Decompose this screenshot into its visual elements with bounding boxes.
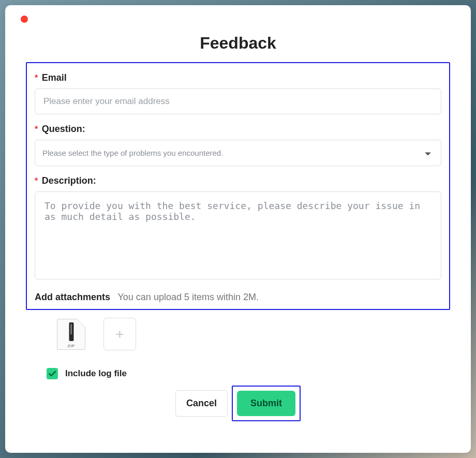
email-label-row: * Email [35, 72, 441, 83]
form-highlight-box: * Email * Question: Please select the ty… [26, 62, 450, 310]
description-label-row: * Description: [35, 175, 441, 186]
required-star-icon: * [35, 176, 38, 185]
feedback-window: Feedback * Email * Question: Please sele… [5, 5, 471, 453]
attachments-hint: You can upload 5 items within 2M. [117, 292, 259, 302]
cancel-button[interactable]: Cancel [175, 390, 228, 417]
button-row: Cancel Submit [26, 386, 450, 421]
zip-paper-icon: ZIP [57, 319, 85, 350]
description-field[interactable] [35, 191, 441, 279]
close-icon[interactable] [21, 16, 28, 23]
page-title: Feedback [26, 34, 450, 53]
question-group: * Question: Please select the type of pr… [35, 124, 441, 166]
question-label: Question: [42, 124, 85, 134]
question-label-row: * Question: [35, 124, 441, 135]
required-star-icon: * [35, 73, 38, 82]
include-log-label: Include log file [65, 368, 127, 379]
description-label: Description: [42, 175, 96, 186]
email-group: * Email [35, 72, 441, 114]
attachments-label: Add attachments [35, 292, 110, 302]
description-group: * Description: [35, 175, 441, 282]
submit-button[interactable]: Submit [237, 391, 295, 416]
chevron-down-icon [424, 149, 432, 157]
attachments-thumbs: ZIP + [54, 318, 450, 351]
check-icon [49, 371, 56, 377]
include-log-row: Include log file [47, 368, 450, 379]
window-controls [21, 16, 28, 25]
plus-icon: + [115, 326, 124, 343]
include-log-checkbox[interactable] [47, 368, 58, 379]
zip-badge: ZIP [68, 344, 75, 348]
attachment-zip-icon[interactable]: ZIP [54, 318, 88, 351]
email-label: Email [42, 72, 67, 83]
submit-highlight-box: Submit [232, 386, 301, 421]
question-placeholder: Please select the type of problems you e… [42, 149, 223, 157]
attachments-row: Add attachments You can upload 5 items w… [35, 292, 441, 303]
email-field[interactable] [35, 88, 441, 114]
question-select[interactable]: Please select the type of problems you e… [35, 140, 441, 166]
required-star-icon: * [35, 125, 38, 134]
add-attachment-button[interactable]: + [103, 318, 136, 350]
